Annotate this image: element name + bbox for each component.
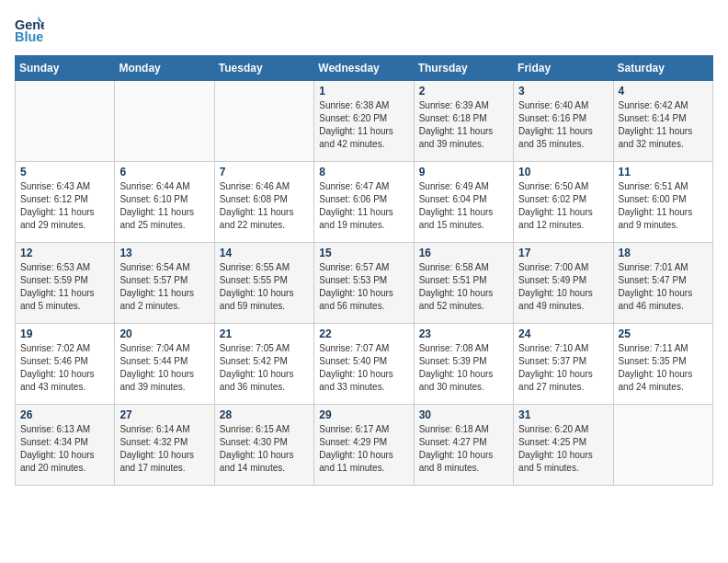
day-number: 14 [220, 247, 309, 259]
day-number: 29 [319, 408, 408, 421]
day-number: 28 [220, 408, 309, 421]
day-number: 5 [20, 166, 109, 178]
day-number: 8 [319, 166, 408, 178]
weekday-header: Thursday [414, 56, 513, 81]
calendar-week-row: 5Sunrise: 6:43 AM Sunset: 6:12 PM Daylig… [16, 162, 713, 243]
calendar-header-row: SundayMondayTuesdayWednesdayThursdayFrid… [16, 56, 713, 81]
calendar-day-cell: 30Sunrise: 6:18 AM Sunset: 4:27 PM Dayli… [414, 405, 513, 486]
weekday-header: Tuesday [214, 56, 313, 81]
day-info: Sunrise: 7:08 AM Sunset: 5:39 PM Dayligh… [419, 342, 508, 394]
day-number: 9 [419, 166, 508, 178]
day-info: Sunrise: 6:47 AM Sunset: 6:06 PM Dayligh… [319, 180, 408, 232]
day-info: Sunrise: 7:00 AM Sunset: 5:49 PM Dayligh… [518, 261, 608, 313]
page-header: General Blue [15, 15, 713, 44]
day-info: Sunrise: 7:07 AM Sunset: 5:40 PM Dayligh… [319, 342, 408, 394]
calendar-week-row: 12Sunrise: 6:53 AM Sunset: 5:59 PM Dayli… [16, 243, 713, 324]
calendar-day-cell: 9Sunrise: 6:49 AM Sunset: 6:04 PM Daylig… [414, 162, 513, 243]
day-info: Sunrise: 6:38 AM Sunset: 6:20 PM Dayligh… [319, 99, 408, 151]
day-number: 22 [319, 327, 408, 340]
calendar-week-row: 26Sunrise: 6:13 AM Sunset: 4:34 PM Dayli… [16, 405, 713, 486]
calendar-day-cell: 3Sunrise: 6:40 AM Sunset: 6:16 PM Daylig… [514, 81, 613, 162]
logo: General Blue [15, 15, 48, 44]
calendar-day-cell: 11Sunrise: 6:51 AM Sunset: 6:00 PM Dayli… [613, 162, 712, 243]
day-info: Sunrise: 6:51 AM Sunset: 6:00 PM Dayligh… [619, 180, 708, 232]
day-info: Sunrise: 6:20 AM Sunset: 4:25 PM Dayligh… [518, 423, 608, 475]
calendar-day-cell: 13Sunrise: 6:54 AM Sunset: 5:57 PM Dayli… [115, 243, 214, 324]
calendar-day-cell: 4Sunrise: 6:42 AM Sunset: 6:14 PM Daylig… [613, 81, 712, 162]
day-number: 7 [220, 166, 309, 178]
calendar-day-cell: 8Sunrise: 6:47 AM Sunset: 6:06 PM Daylig… [314, 162, 414, 243]
day-info: Sunrise: 6:15 AM Sunset: 4:30 PM Dayligh… [220, 423, 309, 475]
day-info: Sunrise: 6:57 AM Sunset: 5:53 PM Dayligh… [319, 261, 408, 313]
calendar-day-cell: 25Sunrise: 7:11 AM Sunset: 5:35 PM Dayli… [613, 324, 712, 405]
day-number: 31 [518, 408, 608, 421]
day-info: Sunrise: 6:53 AM Sunset: 5:59 PM Dayligh… [20, 261, 109, 313]
day-number: 30 [419, 408, 508, 421]
day-number: 21 [220, 327, 309, 340]
day-info: Sunrise: 7:04 AM Sunset: 5:44 PM Dayligh… [119, 342, 209, 394]
calendar-day-cell: 7Sunrise: 6:46 AM Sunset: 6:08 PM Daylig… [214, 162, 313, 243]
day-info: Sunrise: 6:18 AM Sunset: 4:27 PM Dayligh… [419, 423, 508, 475]
calendar-day-cell: 15Sunrise: 6:57 AM Sunset: 5:53 PM Dayli… [314, 243, 414, 324]
calendar-day-cell [613, 405, 712, 486]
calendar-day-cell: 6Sunrise: 6:44 AM Sunset: 6:10 PM Daylig… [115, 162, 214, 243]
calendar-day-cell: 22Sunrise: 7:07 AM Sunset: 5:40 PM Dayli… [314, 324, 414, 405]
day-number: 17 [518, 247, 608, 259]
day-info: Sunrise: 7:02 AM Sunset: 5:46 PM Dayligh… [20, 342, 109, 394]
day-number: 12 [20, 247, 109, 259]
day-info: Sunrise: 7:10 AM Sunset: 5:37 PM Dayligh… [518, 342, 608, 394]
svg-text:Blue: Blue [15, 29, 43, 44]
day-number: 18 [619, 247, 708, 259]
day-info: Sunrise: 6:14 AM Sunset: 4:32 PM Dayligh… [119, 423, 209, 475]
calendar-day-cell: 12Sunrise: 6:53 AM Sunset: 5:59 PM Dayli… [16, 243, 115, 324]
day-info: Sunrise: 6:17 AM Sunset: 4:29 PM Dayligh… [319, 423, 408, 475]
day-info: Sunrise: 6:55 AM Sunset: 5:55 PM Dayligh… [220, 261, 309, 313]
calendar-table: SundayMondayTuesdayWednesdayThursdayFrid… [15, 55, 713, 486]
calendar-day-cell: 1Sunrise: 6:38 AM Sunset: 6:20 PM Daylig… [314, 81, 414, 162]
day-info: Sunrise: 6:43 AM Sunset: 6:12 PM Dayligh… [20, 180, 109, 232]
day-number: 2 [419, 85, 508, 98]
calendar-day-cell: 24Sunrise: 7:10 AM Sunset: 5:37 PM Dayli… [514, 324, 613, 405]
day-number: 13 [119, 247, 209, 259]
day-info: Sunrise: 6:13 AM Sunset: 4:34 PM Dayligh… [20, 423, 109, 475]
weekday-header: Wednesday [314, 56, 414, 81]
calendar-day-cell: 20Sunrise: 7:04 AM Sunset: 5:44 PM Dayli… [115, 324, 214, 405]
calendar-day-cell: 18Sunrise: 7:01 AM Sunset: 5:47 PM Dayli… [613, 243, 712, 324]
day-number: 24 [518, 327, 608, 340]
calendar-day-cell: 19Sunrise: 7:02 AM Sunset: 5:46 PM Dayli… [16, 324, 115, 405]
day-number: 15 [319, 247, 408, 259]
weekday-header: Saturday [613, 56, 712, 81]
calendar-day-cell: 2Sunrise: 6:39 AM Sunset: 6:18 PM Daylig… [414, 81, 513, 162]
weekday-header: Monday [115, 56, 214, 81]
day-number: 27 [119, 408, 209, 421]
calendar-day-cell: 17Sunrise: 7:00 AM Sunset: 5:49 PM Dayli… [514, 243, 613, 324]
calendar-day-cell [16, 81, 115, 162]
calendar-day-cell: 16Sunrise: 6:58 AM Sunset: 5:51 PM Dayli… [414, 243, 513, 324]
calendar-week-row: 19Sunrise: 7:02 AM Sunset: 5:46 PM Dayli… [16, 324, 713, 405]
day-info: Sunrise: 6:54 AM Sunset: 5:57 PM Dayligh… [119, 261, 209, 313]
day-info: Sunrise: 6:44 AM Sunset: 6:10 PM Dayligh… [119, 180, 209, 232]
day-number: 16 [419, 247, 508, 259]
calendar-day-cell [115, 81, 214, 162]
calendar-day-cell: 27Sunrise: 6:14 AM Sunset: 4:32 PM Dayli… [115, 405, 214, 486]
calendar-day-cell: 31Sunrise: 6:20 AM Sunset: 4:25 PM Dayli… [514, 405, 613, 486]
day-number: 3 [518, 85, 608, 98]
weekday-header: Friday [514, 56, 613, 81]
day-info: Sunrise: 7:01 AM Sunset: 5:47 PM Dayligh… [619, 261, 708, 313]
day-info: Sunrise: 6:49 AM Sunset: 6:04 PM Dayligh… [419, 180, 508, 232]
day-number: 23 [419, 327, 508, 340]
calendar-day-cell: 23Sunrise: 7:08 AM Sunset: 5:39 PM Dayli… [414, 324, 513, 405]
day-number: 11 [619, 166, 708, 178]
day-number: 20 [119, 327, 209, 340]
calendar-day-cell: 5Sunrise: 6:43 AM Sunset: 6:12 PM Daylig… [16, 162, 115, 243]
day-number: 1 [319, 85, 408, 98]
calendar-day-cell: 28Sunrise: 6:15 AM Sunset: 4:30 PM Dayli… [214, 405, 313, 486]
weekday-header: Sunday [16, 56, 115, 81]
day-info: Sunrise: 6:42 AM Sunset: 6:14 PM Dayligh… [619, 99, 708, 151]
day-info: Sunrise: 6:50 AM Sunset: 6:02 PM Dayligh… [518, 180, 608, 232]
calendar-day-cell [214, 81, 313, 162]
day-number: 26 [20, 408, 109, 421]
day-number: 25 [619, 327, 708, 340]
calendar-day-cell: 29Sunrise: 6:17 AM Sunset: 4:29 PM Dayli… [314, 405, 414, 486]
day-number: 4 [619, 85, 708, 98]
